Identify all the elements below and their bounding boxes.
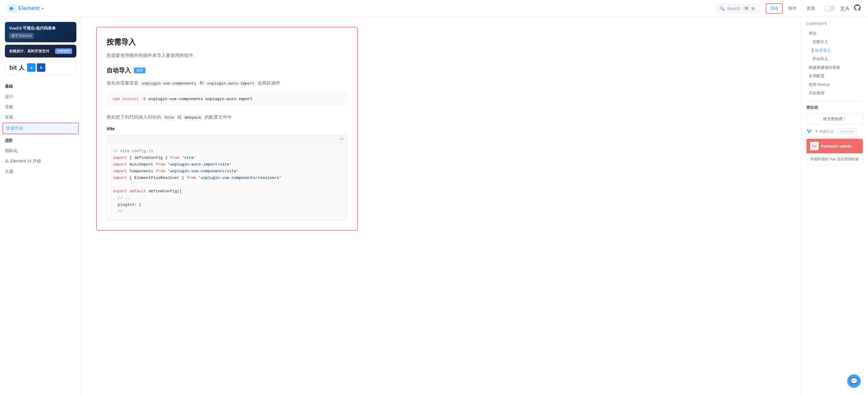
vite-word: Vite <box>162 115 176 121</box>
code-content: // vite.config.ts import { defineConfig … <box>107 143 347 220</box>
auto-import-section: 自动导入 推荐 <box>106 66 347 74</box>
auto-import-title: 自动导入 <box>106 66 131 74</box>
vuify-row[interactable]: ▼ 构建后台 Your logo <box>806 128 863 135</box>
sidebar-section-basics: 基础 <box>0 80 81 92</box>
section-description: 您需要使用额外的插件来导入要使用的组件。 <box>106 52 347 59</box>
toc-item-global-config[interactable]: 全局配置 <box>806 72 863 80</box>
lang-switch-icon[interactable]: 文A <box>840 5 849 12</box>
ad3-logos: b N <box>27 63 45 72</box>
nav-icons: 文A <box>824 4 861 13</box>
search-button[interactable]: 🔍 Search ⌘ K <box>715 4 760 13</box>
fa-card[interactable]: FA Fantastic-admin 开箱即用的 Vue 后台管理框架 <box>806 139 863 165</box>
code-line-4: import Components from 'unplugin-vue-com… <box>113 168 341 175</box>
ad1-title: Vue2/3 可视化-低代码表单 <box>9 26 72 31</box>
ad-card-3[interactable]: bit 人 b N <box>5 60 76 75</box>
fa-card-desc: 开箱即用的 Vue 后台管理框架 <box>807 153 863 165</box>
logo[interactable]: Element+ <box>7 4 44 13</box>
content-box: 按需导入 您需要使用额外的插件来导入要使用的组件。 自动导入 推荐 首先你需要安… <box>96 27 358 231</box>
sidebar-item-design[interactable]: 设计 <box>0 92 81 102</box>
install-description: 首先你需要安装 unplugin-vue-components 和 unplug… <box>106 80 347 87</box>
sidebar-ads: Vue2/3 可视化-低代码表单 基于 Element 在线设计、实时开发交付 … <box>0 22 81 75</box>
npm-install-block: npm install -D unplugin-vue-components u… <box>106 92 347 106</box>
webpack-word: Webpack <box>183 115 203 121</box>
sidebar-item-theme[interactable]: 主题 <box>0 166 81 177</box>
ad2-title: 在线设计、实时开发交付 <box>9 49 49 54</box>
pkg2-code: unplugin-auto-import <box>205 81 256 86</box>
right-sidebar: CONTENTS 用法 完整引入 按需导入 手动导入 快捷搭建项目模板 全局配置… <box>801 17 868 395</box>
code-block-ts: ts // vite.config.ts import { defineConf… <box>106 135 347 220</box>
top-nav: Element+ 🔍 Search ⌘ K 指南 组件 资源 文A <box>0 0 868 17</box>
page-title: 按需导入 <box>106 37 347 47</box>
kbd-k: K <box>750 6 756 11</box>
sponsor-title: 赞助商 <box>806 105 863 111</box>
sponsor-button[interactable]: 成为赞助商！ <box>806 114 863 124</box>
your-logo: Your logo <box>836 128 857 135</box>
left-sidebar: Vue2/3 可视化-低代码表单 基于 Element 在线设计、实时开发交付 … <box>0 17 82 395</box>
sidebar-item-quickstart[interactable]: 快速开始 <box>2 123 79 134</box>
fa-card-header: FA Fantastic-admin <box>807 139 863 153</box>
npm-cmd: npm install <box>113 97 139 101</box>
toc-item-manual-import[interactable]: 手动导入 <box>806 55 863 63</box>
code-line-blank <box>113 181 341 188</box>
toc-item-start-using[interactable]: 开始使用 <box>806 89 863 97</box>
toc-item-scaffold[interactable]: 快捷搭建项目模板 <box>806 63 863 72</box>
code-line-9: // <box>113 208 341 215</box>
nav-link-resources[interactable]: 资源 <box>802 3 819 14</box>
logo-text: Element <box>18 5 39 11</box>
ts-badge: ts <box>340 137 344 141</box>
nav-links: 指南 组件 资源 <box>766 3 819 14</box>
vite-label: Vite <box>106 126 347 131</box>
chat-button[interactable]: 💬 <box>847 374 861 388</box>
code-line-5: import { ElementPlusResolver } from 'unp… <box>113 175 341 181</box>
sidebar-item-i18n[interactable]: 国际化 <box>0 146 81 156</box>
code-line-7: // ... <box>113 195 341 202</box>
toc-item-usage[interactable]: 用法 <box>806 29 863 38</box>
search-text: Search <box>727 6 741 11</box>
toc-divider <box>806 101 863 101</box>
ad-card-2[interactable]: 在线设计、实时开发交付 免费使用 <box>5 45 76 58</box>
ad2-btn: 免费使用 <box>55 49 72 54</box>
nuxt-logo: N <box>37 63 45 72</box>
vuify-text: ▼ 构建后台 <box>815 129 834 134</box>
toggle-thumb <box>825 6 830 11</box>
code-line-8: plugins: [ <box>113 202 341 208</box>
sidebar-section-advanced: 进阶 <box>0 134 81 146</box>
code-line-3: import AutoImport from 'unplugin-auto-im… <box>113 161 341 168</box>
vuify-icon <box>806 128 812 134</box>
main-content: 按需导入 您需要使用额外的插件来导入要使用的组件。 自动导入 推荐 首先你需要安… <box>82 17 801 395</box>
code-line-6: export default defineConfig({ <box>113 188 341 195</box>
npm-opt: -D <box>141 97 148 101</box>
fa-logo: FA <box>810 142 819 150</box>
ad1-sub: 基于 Element <box>9 33 34 39</box>
sidebar-item-navigation[interactable]: 导航 <box>0 102 81 112</box>
nav-link-guide[interactable]: 指南 <box>766 3 783 14</box>
toc-item-nuxtjs[interactable]: 使用 Nuxt.js <box>806 80 863 89</box>
toc-active-indicator <box>812 49 813 53</box>
toggle-track <box>824 5 835 11</box>
recommend-badge: 推荐 <box>134 67 146 73</box>
search-icon: 🔍 <box>719 6 725 11</box>
page-layout: Vue2/3 可视化-低代码表单 基于 Element 在线设计、实时开发交付 … <box>0 17 868 395</box>
sidebar-item-upgrade[interactable]: 从 Element UI 升级 <box>0 156 81 166</box>
chat-icon: 💬 <box>850 377 858 385</box>
element-logo-icon <box>7 4 17 13</box>
nav-link-components[interactable]: 组件 <box>784 3 801 14</box>
bit-logo: b <box>27 63 36 72</box>
code-line-1: // vite.config.ts <box>113 148 341 155</box>
toc-title: CONTENTS <box>806 22 863 26</box>
logo-plus: + <box>41 6 44 11</box>
search-kbd: ⌘ K <box>743 6 756 11</box>
toc-item-full-import[interactable]: 完整引入 <box>806 38 863 46</box>
ad3-label: bit 人 <box>9 64 25 72</box>
theme-toggle[interactable] <box>824 5 835 11</box>
fa-card-title: Fantastic-admin <box>821 144 851 149</box>
kbd-cmd: ⌘ <box>743 6 750 11</box>
github-icon[interactable] <box>854 4 861 13</box>
code-line-2: import { defineConfig } from 'vite' <box>113 155 341 161</box>
then-description: 然后把下列代码插入到你的 Vite 或 Webpack 的配置文件中 <box>106 114 347 121</box>
sidebar-item-install[interactable]: 安装 <box>0 112 81 123</box>
code-header: ts <box>107 135 347 143</box>
pkg1-code: unplugin-vue-components <box>140 81 198 86</box>
ad-card-1[interactable]: Vue2/3 可视化-低代码表单 基于 Element <box>5 22 76 42</box>
toc-item-on-demand[interactable]: 按需导入 <box>806 46 863 55</box>
